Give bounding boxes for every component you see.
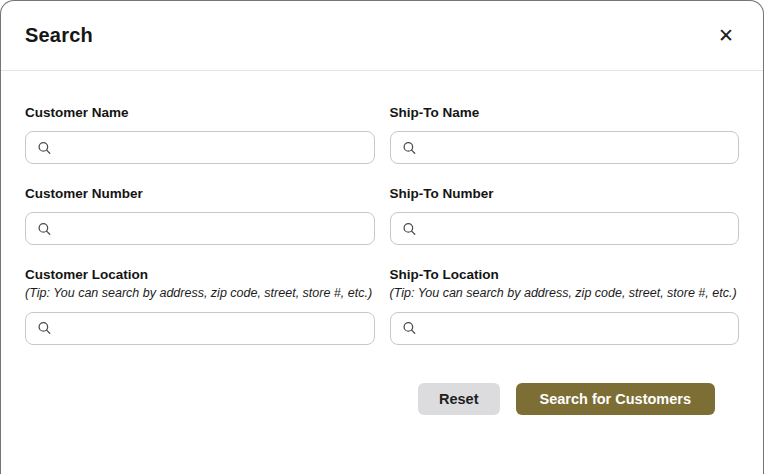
customer-number-input-wrap (25, 212, 375, 245)
customer-location-input[interactable] (25, 312, 375, 345)
ship-to-number-input[interactable] (390, 212, 740, 245)
field-customer-number: Customer Number (25, 187, 375, 245)
field-customer-name: Customer Name (25, 106, 375, 164)
ship-to-number-input-wrap (390, 212, 740, 245)
field-ship-to-number: Ship-To Number (390, 187, 740, 245)
ship-to-number-label: Ship-To Number (390, 187, 740, 201)
ship-to-name-input-wrap (390, 131, 740, 164)
field-ship-to-location: Ship-To Location (Tip: You can search by… (390, 268, 740, 345)
close-icon[interactable]: ✕ (711, 21, 741, 51)
reset-button[interactable]: Reset (418, 383, 500, 415)
field-customer-location: Customer Location (Tip: You can search b… (25, 268, 375, 345)
modal-body: Customer Name Ship-To Name Customer Numb… (1, 71, 763, 415)
customer-location-label: Customer Location (25, 268, 375, 282)
modal-header: Search ✕ (1, 1, 763, 71)
ship-to-name-input[interactable] (390, 131, 740, 164)
customer-name-input-wrap (25, 131, 375, 164)
modal-title: Search (25, 24, 93, 47)
customer-number-input[interactable] (25, 212, 375, 245)
ship-to-location-input-wrap (390, 312, 740, 345)
customer-name-label: Customer Name (25, 106, 375, 120)
customer-number-label: Customer Number (25, 187, 375, 201)
search-modal: Search ✕ Customer Name Ship-To Name Cust… (0, 0, 764, 474)
modal-footer: Reset Search for Customers (25, 383, 739, 415)
field-ship-to-name: Ship-To Name (390, 106, 740, 164)
ship-to-location-tip: (Tip: You can search by address, zip cod… (390, 286, 740, 302)
search-for-customers-button[interactable]: Search for Customers (516, 383, 716, 415)
customer-name-input[interactable] (25, 131, 375, 164)
customer-location-input-wrap (25, 312, 375, 345)
ship-to-location-input[interactable] (390, 312, 740, 345)
ship-to-location-label: Ship-To Location (390, 268, 740, 282)
customer-location-tip: (Tip: You can search by address, zip cod… (25, 286, 375, 302)
ship-to-name-label: Ship-To Name (390, 106, 740, 120)
search-form-grid: Customer Name Ship-To Name Customer Numb… (25, 106, 739, 345)
